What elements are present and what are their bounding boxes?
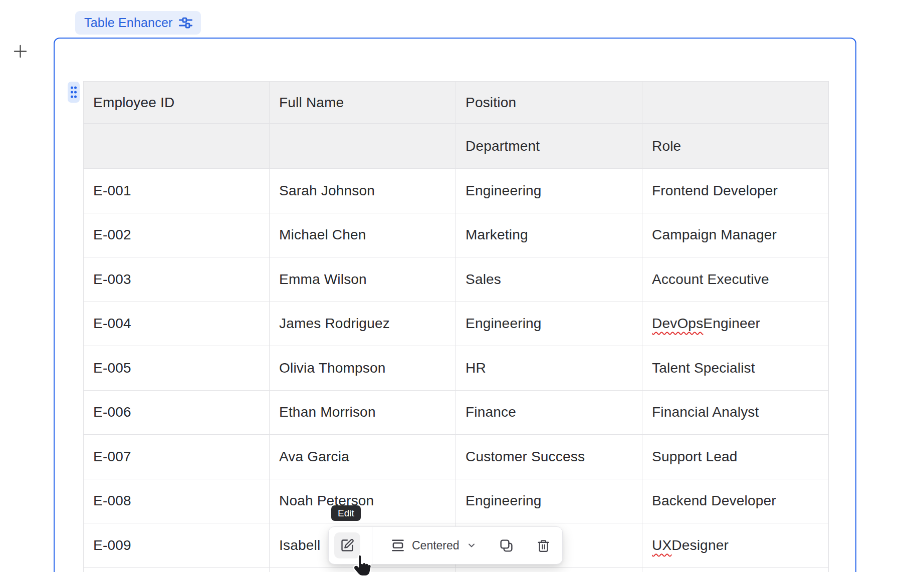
cell-role[interactable]: Frontend Developer <box>642 169 829 213</box>
cell-partial <box>642 568 829 572</box>
role-text: Designer <box>671 537 729 553</box>
sliders-icon <box>178 16 193 30</box>
vertical-alignment-button[interactable]: Centered <box>391 538 477 552</box>
cell-name[interactable]: Olivia Thompson <box>270 346 456 391</box>
cell-id[interactable]: E-005 <box>84 346 270 391</box>
header2-cell-empty[interactable] <box>270 124 456 169</box>
toolbar-divider <box>372 527 372 564</box>
cell-name[interactable]: Michael Chen <box>270 213 456 258</box>
header-cell-full-name[interactable]: Full Name <box>270 82 456 124</box>
cell-role[interactable]: Backend Developer <box>642 479 829 524</box>
cell-role[interactable]: Support Lead <box>642 435 829 479</box>
add-block-button[interactable] <box>12 43 28 59</box>
cell-department[interactable]: Engineering <box>456 479 642 524</box>
cell-department[interactable]: Engineering <box>456 302 642 347</box>
trash-icon <box>537 539 550 552</box>
cell-name[interactable]: Noah Peterson <box>270 479 456 524</box>
role-text: Support Lead <box>652 449 738 465</box>
cell-name[interactable]: Ethan Morrison <box>270 391 456 435</box>
align-middle-icon <box>391 538 405 552</box>
misspelled-word: DevOps <box>652 316 703 332</box>
duplicate-button[interactable] <box>499 538 514 553</box>
header-cell-empty[interactable] <box>642 82 829 124</box>
cell-role[interactable]: Financial Analyst <box>642 391 829 435</box>
header-cell-position[interactable]: Position <box>456 82 642 124</box>
role-text: Campaign Manager <box>652 227 777 243</box>
cell-department[interactable]: Engineering <box>456 169 642 213</box>
cell-department[interactable]: HR <box>456 346 642 391</box>
cell-role[interactable]: Account Executive <box>642 257 829 302</box>
role-text: Financial Analyst <box>652 404 759 420</box>
cell-role[interactable]: UX Designer <box>642 523 829 568</box>
role-text: Talent Specialist <box>652 360 755 376</box>
cell-role[interactable]: Campaign Manager <box>642 213 829 258</box>
cell-partial <box>84 568 270 572</box>
cell-department[interactable]: Sales <box>456 257 642 302</box>
cell-id[interactable]: E-009 <box>84 523 270 568</box>
edit-tooltip-label: Edit <box>338 508 354 519</box>
cell-role[interactable]: DevOps Engineer <box>642 302 829 347</box>
cell-department[interactable]: Finance <box>456 391 642 435</box>
viewport-cutoff <box>0 572 907 588</box>
cell-partial <box>270 568 456 572</box>
cell-partial <box>456 568 642 572</box>
cell-toolbar: Centered <box>328 526 563 564</box>
cell-department[interactable]: Customer Success <box>456 435 642 479</box>
cell-name[interactable]: Emma Wilson <box>270 257 456 302</box>
cell-id[interactable]: E-008 <box>84 479 270 524</box>
cell-name[interactable]: Ava Garcia <box>270 435 456 479</box>
delete-button[interactable] <box>537 539 550 552</box>
table-enhancer-label: Table Enhancer <box>84 16 173 30</box>
cell-role[interactable]: Talent Specialist <box>642 346 829 391</box>
employee-table: Employee ID Full Name Position Departmen… <box>83 81 829 572</box>
alignment-label: Centered <box>412 539 460 552</box>
cell-department[interactable]: Marketing <box>456 213 642 258</box>
cell-id[interactable]: E-007 <box>84 435 270 479</box>
cell-name[interactable]: James Rodriguez <box>270 302 456 347</box>
chevron-down-icon <box>467 540 477 550</box>
plus-icon <box>14 45 27 58</box>
cell-id[interactable]: E-002 <box>84 213 270 258</box>
header2-cell-empty[interactable] <box>84 124 270 169</box>
role-text: Engineer <box>703 316 760 332</box>
edit-tooltip: Edit <box>331 505 361 521</box>
cell-name[interactable]: Sarah Johnson <box>270 169 456 213</box>
role-text: Backend Developer <box>652 493 776 509</box>
misspelled-word: UX <box>652 537 671 553</box>
header-cell-role[interactable]: Role <box>642 124 829 169</box>
edit-button[interactable] <box>334 532 360 558</box>
role-text: Frontend Developer <box>652 183 778 199</box>
table-drag-handle[interactable] <box>68 82 80 103</box>
copy-icon <box>499 538 514 553</box>
header-cell-department[interactable]: Department <box>456 124 642 169</box>
cell-id[interactable]: E-006 <box>84 391 270 435</box>
table-enhancer-chip[interactable]: Table Enhancer <box>75 11 201 35</box>
table-enhancer-block: Employee ID Full Name Position Departmen… <box>54 38 856 572</box>
cell-id[interactable]: E-004 <box>84 302 270 347</box>
header-cell-employee-id[interactable]: Employee ID <box>84 82 270 124</box>
role-text: Account Executive <box>652 271 769 287</box>
cell-id[interactable]: E-001 <box>84 169 270 213</box>
square-pen-icon <box>340 538 354 552</box>
grip-dots-icon <box>70 86 78 99</box>
cell-id[interactable]: E-003 <box>84 257 270 302</box>
